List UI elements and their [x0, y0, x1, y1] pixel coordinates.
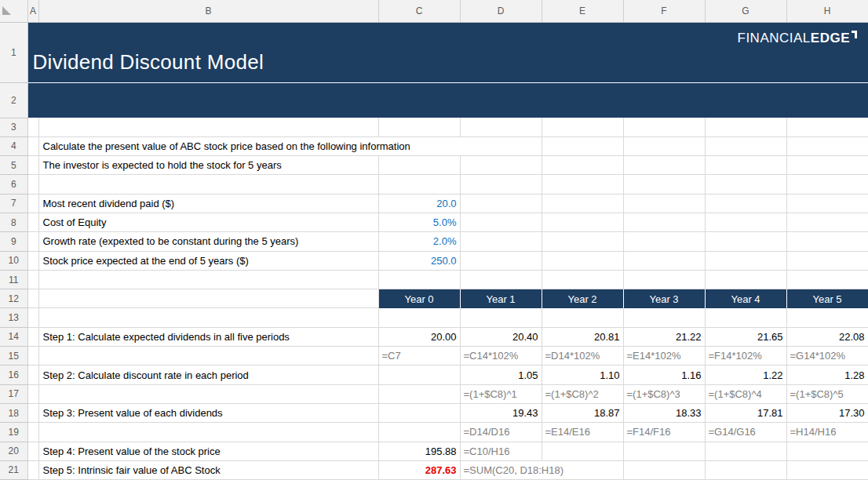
cell-b18-step3-label[interactable]: Step 3: Present value of each dividends	[38, 403, 378, 422]
cell-h10[interactable]	[786, 251, 868, 270]
cell-c20-step4-result[interactable]: 195.88	[378, 442, 460, 460]
cell-f20[interactable]	[623, 442, 705, 460]
cell-a16[interactable]	[27, 365, 38, 384]
cell-b16-step2-label[interactable]: Step 2: Calculate discount rate in each …	[38, 365, 378, 384]
cell-b3[interactable]	[38, 118, 378, 136]
cell-b4-intro-line1[interactable]: Calculate the present value of ABC stock…	[38, 136, 542, 155]
cell-d13[interactable]	[460, 308, 542, 327]
cell-f7[interactable]	[623, 194, 705, 213]
cell-e4[interactable]	[542, 136, 623, 155]
cell-c11[interactable]	[378, 270, 460, 289]
cell-d11[interactable]	[460, 270, 542, 289]
row-header-8[interactable]: 8	[0, 213, 27, 231]
column-header-d[interactable]: D	[460, 0, 542, 22]
column-header-f[interactable]: F	[623, 0, 705, 22]
column-header-h[interactable]: H	[786, 0, 868, 22]
column-header-a[interactable]: A	[27, 0, 38, 22]
cell-a4[interactable]	[27, 136, 38, 155]
cell-f11[interactable]	[623, 270, 705, 289]
cell-f6[interactable]	[623, 175, 705, 194]
cell-g13[interactable]	[705, 308, 786, 327]
cell-c13[interactable]	[378, 308, 460, 327]
row-header-3[interactable]: 3	[0, 118, 27, 136]
cell-h8[interactable]	[786, 213, 868, 231]
cell-g7[interactable]	[705, 194, 786, 213]
cell-d21-formula[interactable]: =SUM(C20, D18:H18)	[460, 460, 623, 479]
cell-c8-input-value[interactable]: 5.0%	[378, 213, 460, 231]
row-header-15[interactable]: 15	[0, 347, 27, 365]
cell-e17-formula[interactable]: =(1+$C8)^2	[542, 384, 623, 403]
row-header-11[interactable]: 11	[0, 270, 27, 289]
cell-a5[interactable]	[27, 156, 38, 175]
cell-d5[interactable]	[460, 156, 542, 175]
cell-c16[interactable]	[378, 365, 460, 384]
cell-h18[interactable]: 17.30	[786, 403, 868, 422]
cell-e5[interactable]	[542, 156, 623, 175]
cell-f19-formula[interactable]: =F14/F16	[623, 423, 705, 442]
row-header-13[interactable]: 13	[0, 308, 27, 327]
cell-g5[interactable]	[705, 156, 786, 175]
row-header-5[interactable]: 5	[0, 156, 27, 175]
cell-c6[interactable]	[378, 175, 460, 194]
row-header-19[interactable]: 19	[0, 423, 27, 442]
cell-c14[interactable]: 20.00	[378, 327, 460, 346]
row-header-1[interactable]: 1	[0, 22, 27, 82]
cell-a15[interactable]	[27, 347, 38, 365]
cell-c5[interactable]	[378, 156, 460, 175]
row-header-4[interactable]: 4	[0, 136, 27, 155]
cell-a9[interactable]	[27, 232, 38, 251]
cell-e14[interactable]: 20.81	[542, 327, 623, 346]
cell-f13[interactable]	[623, 308, 705, 327]
cell-b20-step4-label[interactable]: Step 4: Present value of the stock price	[38, 442, 378, 460]
cell-h14[interactable]: 22.08	[786, 327, 868, 346]
cell-g10[interactable]	[705, 251, 786, 270]
cell-c18[interactable]	[378, 403, 460, 422]
cell-d9[interactable]	[460, 232, 542, 251]
cell-d19-formula[interactable]: =D14/D16	[460, 423, 542, 442]
cell-d7[interactable]	[460, 194, 542, 213]
cell-h6[interactable]	[786, 175, 868, 194]
cell-g18[interactable]: 17.81	[705, 403, 786, 422]
cell-b7-input-label[interactable]: Most recent dividend paid ($)	[38, 194, 378, 213]
row-header-20[interactable]: 20	[0, 442, 27, 460]
cell-g3[interactable]	[705, 118, 786, 136]
cell-c21-step5-result[interactable]: 287.63	[378, 460, 460, 479]
cell-e15-formula[interactable]: =D14*102%	[542, 347, 623, 365]
cell-d6[interactable]	[460, 175, 542, 194]
cell-g17-formula[interactable]: =(1+$C8)^4	[705, 384, 786, 403]
cell-e9[interactable]	[542, 232, 623, 251]
cell-a6[interactable]	[27, 175, 38, 194]
banner[interactable]: Dividend Discount Model FINANCIALEDGE	[27, 22, 868, 82]
row-header-9[interactable]: 9	[0, 232, 27, 251]
cell-e10[interactable]	[542, 251, 623, 270]
cell-d10[interactable]	[460, 251, 542, 270]
cell-c19[interactable]	[378, 423, 460, 442]
cell-e3[interactable]	[542, 118, 623, 136]
cell-h5[interactable]	[786, 156, 868, 175]
row-header-2[interactable]: 2	[0, 82, 27, 118]
cell-e19-formula[interactable]: =E14/E16	[542, 423, 623, 442]
cell-d16[interactable]: 1.05	[460, 365, 542, 384]
cell-b13[interactable]	[38, 308, 378, 327]
column-header-e[interactable]: E	[542, 0, 623, 22]
cell-c17[interactable]	[378, 384, 460, 403]
cell-a13[interactable]	[27, 308, 38, 327]
cell-b14-step1-label[interactable]: Step 1: Calculate expected dividends in …	[38, 327, 378, 346]
cell-b11[interactable]	[38, 270, 378, 289]
cell-g16[interactable]: 1.22	[705, 365, 786, 384]
cell-d18[interactable]: 19.43	[460, 403, 542, 422]
cell-f8[interactable]	[623, 213, 705, 231]
year-header-5[interactable]: Year 5	[786, 289, 868, 308]
cell-f4[interactable]	[623, 136, 705, 155]
cell-h15-formula[interactable]: =G14*102%	[786, 347, 868, 365]
cell-f17-formula[interactable]: =(1+$C8)^3	[623, 384, 705, 403]
cell-a14[interactable]	[27, 327, 38, 346]
row-header-14[interactable]: 14	[0, 327, 27, 346]
row-header-12[interactable]: 12	[0, 289, 27, 308]
cell-f5[interactable]	[623, 156, 705, 175]
cell-d15-formula[interactable]: =C14*102%	[460, 347, 542, 365]
cell-b5-intro-line2[interactable]: The investor is expected to hold the sto…	[38, 156, 378, 175]
cell-e11[interactable]	[542, 270, 623, 289]
cell-d8[interactable]	[460, 213, 542, 231]
cell-g8[interactable]	[705, 213, 786, 231]
